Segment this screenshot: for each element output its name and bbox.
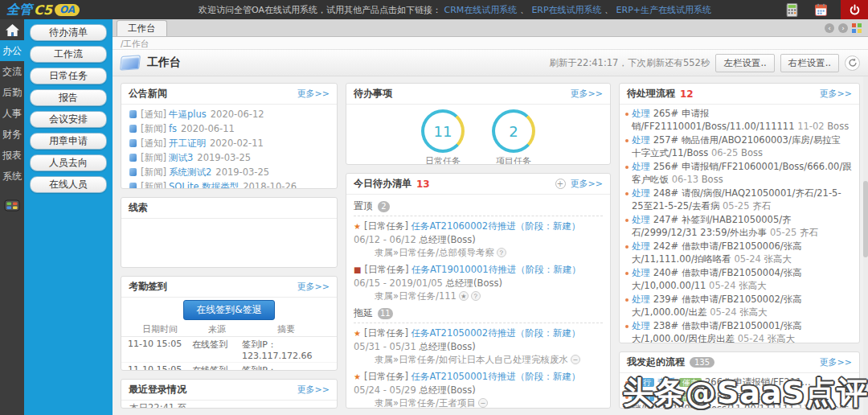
list-item[interactable]: [新闻]系统测试22019-03-25 bbox=[121, 165, 337, 179]
home-icon[interactable] bbox=[0, 19, 24, 40]
handle-link[interactable]: 处理 bbox=[632, 240, 650, 252]
bullet-icon bbox=[625, 245, 628, 249]
handle-link[interactable]: 处理 bbox=[632, 134, 650, 146]
task-link[interactable]: 任务AT19010001待推进 bbox=[411, 264, 516, 275]
watermark-text: 头条@SaaS点评 bbox=[623, 372, 868, 413]
today-todo-count-badge: 13 bbox=[416, 179, 430, 190]
rail-item-finance[interactable]: 财务 bbox=[0, 124, 24, 145]
bullet-icon bbox=[625, 166, 628, 169]
rail-item-office[interactable]: 办公 bbox=[0, 40, 24, 61]
quick-launch-grid-icon[interactable] bbox=[852, 23, 862, 33]
status-icon[interactable]: − bbox=[478, 398, 488, 408]
rail-item-system[interactable]: 系统 bbox=[0, 166, 24, 187]
status-icon[interactable]: − bbox=[571, 355, 580, 364]
status-icon[interactable]: ？ bbox=[471, 291, 481, 301]
left-column-settings-button[interactable]: 左栏设置.. bbox=[715, 54, 774, 72]
page-header: 工作台 刷新于22:41:17，下次刷新还有552秒 左栏设置.. 右栏设置.. bbox=[113, 50, 868, 76]
logout-power-button[interactable] bbox=[841, 0, 868, 19]
refresh-icon[interactable] bbox=[845, 55, 860, 71]
handle-link[interactable]: 处理 bbox=[632, 214, 650, 225]
today-todo-more-link[interactable]: 更多>> bbox=[571, 178, 603, 190]
submenu-item-daily-tasks[interactable]: 日常任务 bbox=[30, 68, 107, 84]
right-column-settings-button[interactable]: 右栏设置.. bbox=[780, 54, 839, 72]
tab-scroll-right-icon[interactable]: › bbox=[838, 23, 848, 33]
list-item[interactable]: [通知]开工证明2020-02-11 bbox=[121, 136, 337, 150]
my-flows-more-link[interactable]: 更多>> bbox=[820, 356, 852, 368]
submenu-item-online-users[interactable]: 在线人员 bbox=[30, 176, 107, 193]
document-icon bbox=[129, 154, 137, 162]
login-time-range: 本日22:41 至 bbox=[121, 401, 337, 409]
document-icon bbox=[129, 183, 137, 189]
tab-scroll-left-icon[interactable]: ‹ bbox=[825, 23, 834, 33]
document-icon bbox=[129, 139, 137, 147]
link-separator: 、 bbox=[604, 5, 613, 15]
list-item: 处理 256# 申请报销/FF21060001/Boss/666.00/跟客户吃… bbox=[620, 160, 859, 187]
apps-grid-icon[interactable] bbox=[4, 198, 20, 212]
submenu-item-reports[interactable]: 报告 bbox=[30, 89, 107, 106]
top-bar: 全管 C5 OA 欢迎访问全管OA在线试用系统，试用其他产品点击如下链接： CR… bbox=[0, 0, 868, 19]
todo-summary-more-link[interactable]: 更多>> bbox=[571, 88, 603, 100]
attendance-card: 考勤签到 更多>> 在线签到&签退 日期时间 来源 摘要 11-10 15:05… bbox=[121, 276, 338, 371]
tab-workbench[interactable]: 工作台 bbox=[117, 20, 167, 36]
task-link[interactable]: 任务AT21060002待推进 bbox=[411, 220, 516, 232]
erp-prod-trial-link[interactable]: ERP+生产在线试用系统 bbox=[616, 5, 711, 15]
clues-card: 线索 bbox=[121, 197, 338, 268]
status-icon[interactable]: ★ bbox=[459, 291, 469, 301]
scrollbar-thumb[interactable] bbox=[863, 181, 868, 257]
page-title: 工作台 bbox=[147, 55, 181, 70]
handle-link[interactable]: 处理 bbox=[632, 294, 650, 305]
logo-oa-badge: OA bbox=[55, 4, 80, 16]
add-todo-icon[interactable]: + bbox=[555, 179, 566, 189]
bullet-icon bbox=[625, 192, 628, 195]
task-link[interactable]: 任务AT21050002待推进 bbox=[411, 327, 516, 339]
rail-item-communication[interactable]: 交流 bbox=[0, 61, 24, 82]
handle-link[interactable]: 处理 bbox=[632, 320, 650, 331]
handle-link[interactable]: 处理 bbox=[632, 187, 650, 199]
task-link[interactable]: 任务AT21050001待推进 bbox=[411, 371, 516, 382]
erp-trial-link[interactable]: ERP在线试用系统 bbox=[531, 5, 601, 15]
handle-link[interactable]: 处理 bbox=[632, 267, 650, 278]
list-item[interactable]: [新闻]SQLite 数据类型2018-10-26 bbox=[121, 179, 337, 189]
welcome-message: 欢迎访问全管OA在线试用系统，试用其他产品点击如下链接： CRM在线试用系统 、… bbox=[199, 4, 711, 16]
pending-flows-count-badge: 12 bbox=[680, 88, 694, 100]
rail-item-logistics[interactable]: 后勤 bbox=[0, 82, 24, 103]
attendance-more-link[interactable]: 更多>> bbox=[297, 281, 330, 293]
document-icon bbox=[129, 168, 137, 176]
news-more-link[interactable]: 更多>> bbox=[297, 88, 330, 100]
handle-link[interactable]: 处理 bbox=[632, 161, 650, 172]
submenu-item-workflow[interactable]: 工作流 bbox=[30, 46, 107, 63]
tab-bar: 工作台 ‹ › bbox=[113, 19, 868, 37]
rail-item-reports[interactable]: 报表 bbox=[0, 145, 24, 166]
submenu-item-seal-request[interactable]: 用章申请 bbox=[30, 133, 107, 150]
document-icon bbox=[129, 110, 137, 118]
submenu-item-whereabouts[interactable]: 人员去向 bbox=[30, 154, 107, 171]
calendar-icon[interactable] bbox=[812, 2, 829, 17]
daily-task-count: 11 bbox=[424, 113, 461, 150]
crm-trial-link[interactable]: CRM在线试用系统 bbox=[444, 5, 518, 15]
checkin-checkout-button[interactable]: 在线签到&签退 bbox=[183, 300, 274, 320]
list-item: 处理 242# 借款申请/FB21050006/张高大/11,111.00/拍咯… bbox=[620, 240, 859, 266]
refresh-countdown: 刷新于22:41:17，下次刷新还有552秒 bbox=[549, 57, 710, 69]
status-icon[interactable]: ？ bbox=[497, 248, 506, 257]
dashboard-content: 公告新闻 更多>> [通知]牛逼plus2020-06-12 [新闻]fs202… bbox=[113, 76, 868, 415]
module-rail: 办公 交流 后勤 人事 财务 报表 系统 bbox=[0, 19, 24, 415]
list-item[interactable]: [通知]牛逼plus2020-06-12 bbox=[121, 107, 337, 121]
attendance-table-header: 日期时间 来源 摘要 bbox=[121, 322, 337, 337]
rail-item-hr[interactable]: 人事 bbox=[0, 103, 24, 124]
handle-link[interactable]: 处理 bbox=[632, 108, 650, 119]
pending-flows-more-link[interactable]: 更多>> bbox=[820, 88, 852, 100]
bullet-icon bbox=[625, 298, 628, 302]
list-item[interactable]: [新闻]fs2020-06-11 bbox=[121, 121, 337, 136]
daily-task-donut: 11 日常任务 bbox=[421, 109, 465, 165]
list-item[interactable]: [新闻]测试32019-03-25 bbox=[121, 150, 337, 165]
submenu-item-meetings[interactable]: 会议安排 bbox=[30, 111, 107, 128]
star-icon: ★ bbox=[354, 372, 361, 381]
todo-summary-title: 待办事项 bbox=[354, 87, 392, 101]
calculator-icon[interactable] bbox=[783, 2, 800, 17]
list-item: 处理 238# 借款申请/FB21050001/张高大/1,000.00/因住房… bbox=[620, 319, 859, 343]
submenu-item-todo-list[interactable]: 待办清单 bbox=[30, 24, 107, 41]
bullet-icon bbox=[625, 219, 628, 222]
news-card-title: 公告新闻 bbox=[129, 87, 167, 101]
list-item: ★[日常任务] 任务AT21050001待推进（阶段：新建） 05/24 - 0… bbox=[354, 367, 603, 408]
recent-login-more-link[interactable]: 更多>> bbox=[297, 384, 330, 396]
